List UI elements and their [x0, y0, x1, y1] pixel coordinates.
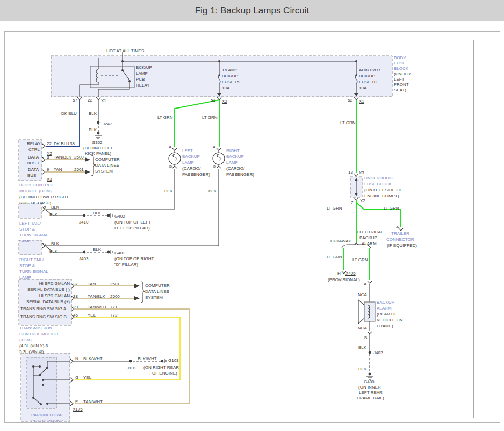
connector-chevrons-top	[77, 97, 358, 100]
left-tail-lamp-box	[19, 204, 41, 218]
wiring-diagram-page: Fig 1: Backup Lamps Circuit	[0, 0, 504, 431]
tan-wht-771-loop	[75, 309, 189, 404]
right-backup-lamp-bulb	[213, 148, 225, 168]
right-tail-lamp-box	[19, 240, 41, 255]
g103-ground-run	[73, 359, 166, 363]
backup-lamp-relay-box	[90, 66, 134, 88]
pnp-inner-box	[27, 357, 57, 408]
left-backup-lamp-bulb	[169, 148, 181, 168]
aux-green-circuit	[342, 100, 403, 283]
yel-772-loop	[75, 317, 180, 380]
tcm-wires	[71, 282, 189, 404]
left-tail-wires	[42, 207, 112, 218]
right-tail-wires	[42, 243, 112, 254]
tcm-box	[19, 279, 71, 325]
circuit-drawing	[0, 0, 504, 431]
trailer-branch	[356, 203, 401, 227]
right-lamp-blk	[46, 169, 219, 246]
dk-blu-wire	[46, 100, 80, 146]
backup-alarm-body	[364, 302, 375, 321]
g302-ground-run	[95, 100, 102, 139]
lt-grn-lamp-feeds	[175, 100, 219, 147]
backup-alarm	[358, 284, 375, 379]
left-lamp-blk	[46, 169, 175, 209]
bcm-box	[19, 140, 42, 181]
bcm-wires	[42, 144, 96, 176]
